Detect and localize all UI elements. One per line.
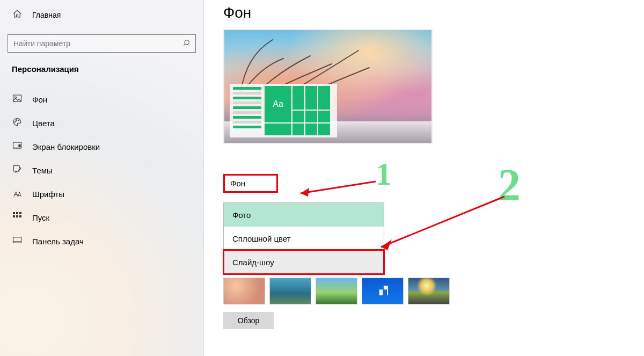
recent-backgrounds: [223, 278, 644, 304]
sidebar-items: Фон Цвета Экран блокировки Темы AA Шрифт…: [0, 78, 203, 253]
start-icon: [12, 212, 23, 223]
themes-icon: [12, 164, 23, 176]
background-dropdown-area: Фон Фото Сплошной цвет Слайд-шоу: [223, 174, 395, 274]
sidebar-item-label: Пуск: [32, 213, 49, 222]
settings-sidebar: Главная Персонализация Фон Цвета Экран б…: [0, 0, 204, 356]
sidebar-item-label: Цвета: [32, 119, 55, 128]
fonts-icon: AA: [12, 190, 23, 198]
svg-rect-17: [13, 237, 21, 243]
svg-rect-15: [16, 215, 18, 217]
main-content: Фон Aa Фон: [204, 0, 644, 356]
palette-icon: [12, 117, 23, 129]
dropdown-option-label: Фото: [232, 210, 251, 220]
taskbar-icon: [12, 236, 23, 246]
sidebar-item-start[interactable]: Пуск: [0, 206, 203, 229]
svg-point-6: [18, 120, 19, 121]
background-thumbnail[interactable]: [223, 278, 265, 304]
preview-tile-text: Aa: [265, 86, 291, 122]
svg-rect-10: [13, 165, 19, 171]
sidebar-item-label: Фон: [32, 95, 47, 104]
dropdown-option-label: Сплошной цвет: [232, 234, 291, 243]
background-preview: Aa: [223, 29, 433, 144]
background-thumbnail[interactable]: [269, 278, 311, 304]
sidebar-item-fonts[interactable]: AA Шрифты: [0, 182, 203, 206]
svg-point-4: [15, 121, 16, 122]
background-section-label: Фон: [223, 174, 278, 193]
svg-line-1: [184, 43, 185, 45]
sidebar-section-title: Персонализация: [0, 57, 203, 78]
search-input[interactable]: [13, 39, 182, 48]
background-thumbnail[interactable]: [408, 278, 450, 304]
sidebar-item-taskbar[interactable]: Панель задач: [0, 229, 203, 253]
sidebar-home-label: Главная: [32, 11, 61, 19]
sidebar-item-label: Панель задач: [32, 237, 84, 246]
dropdown-option-photo[interactable]: Фото: [224, 203, 384, 227]
svg-point-0: [185, 40, 189, 44]
svg-rect-12: [16, 212, 18, 214]
dropdown-option-solid[interactable]: Сплошной цвет: [224, 227, 384, 250]
dropdown-option-label: Слайд-шоу: [232, 258, 274, 267]
sidebar-item-label: Экран блокировки: [32, 142, 100, 151]
svg-rect-14: [13, 215, 15, 217]
background-thumbnail[interactable]: [316, 278, 357, 304]
search-icon: [182, 39, 190, 48]
sidebar-home[interactable]: Главная: [0, 4, 203, 26]
svg-rect-9: [19, 145, 20, 147]
sidebar-item-themes[interactable]: Темы: [0, 158, 203, 182]
sidebar-item-background[interactable]: Фон: [0, 88, 203, 111]
browse-button[interactable]: Обзор: [223, 312, 274, 329]
sidebar-item-label: Шрифты: [32, 190, 64, 199]
browse-button-label: Обзор: [238, 316, 259, 325]
svg-rect-16: [19, 215, 21, 217]
sidebar-item-lockscreen[interactable]: Экран блокировки: [0, 135, 203, 158]
svg-rect-11: [13, 212, 15, 214]
sidebar-item-label: Темы: [32, 166, 53, 175]
home-icon: [12, 9, 23, 21]
search-box[interactable]: [8, 34, 196, 53]
theme-preview-overlay: Aa: [230, 84, 337, 137]
background-thumbnail[interactable]: [362, 278, 404, 304]
sidebar-item-colors[interactable]: Цвета: [0, 111, 203, 135]
dropdown-option-slideshow[interactable]: Слайд-шоу: [224, 250, 384, 274]
picture-icon: [12, 94, 23, 105]
lockscreen-icon: [12, 141, 23, 152]
svg-point-5: [16, 120, 17, 121]
background-type-dropdown[interactable]: Фото Сплошной цвет Слайд-шоу: [223, 202, 384, 274]
svg-rect-13: [19, 212, 21, 214]
page-title: Фон: [223, 4, 644, 21]
